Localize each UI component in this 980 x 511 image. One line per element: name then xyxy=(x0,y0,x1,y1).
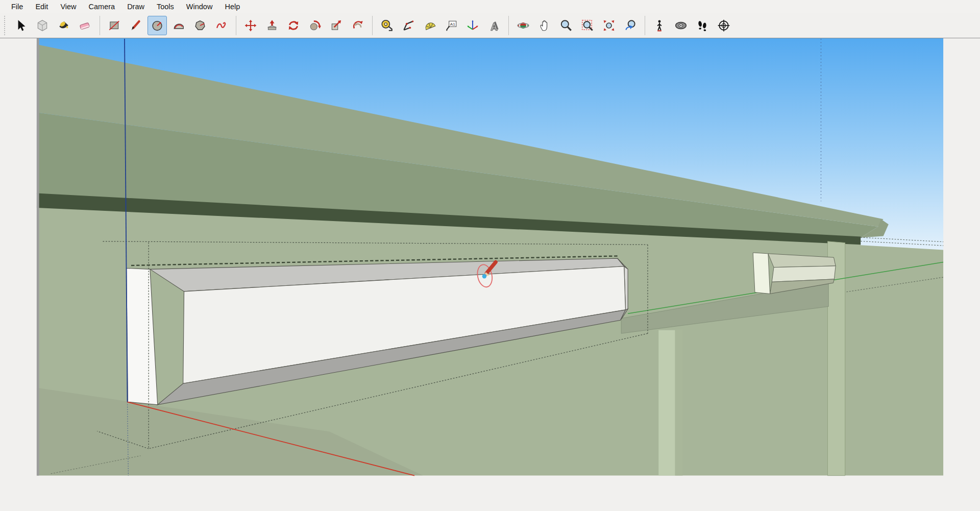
scale-tool-icon[interactable] xyxy=(327,16,346,35)
wall-post-strip xyxy=(658,330,675,476)
zoom-window-tool-icon[interactable] xyxy=(578,16,597,35)
axes-tool-icon[interactable] xyxy=(463,16,482,35)
freehand-tool-icon[interactable] xyxy=(212,16,231,35)
wall-post-strip-edge xyxy=(675,329,683,476)
eraser-icon[interactable] xyxy=(76,16,95,35)
look-around-tool-icon[interactable] xyxy=(671,16,691,35)
tape-measure-tool-icon[interactable] xyxy=(377,16,397,35)
move-tool-icon[interactable] xyxy=(241,16,260,35)
menu-help[interactable]: Help xyxy=(218,2,246,12)
menu-edit[interactable]: Edit xyxy=(29,2,54,12)
menu-window[interactable]: Window xyxy=(180,2,219,12)
menu-file[interactable]: File xyxy=(5,2,29,12)
push-pull-tool-icon[interactable] xyxy=(262,16,282,35)
small-beam-end-cap xyxy=(753,253,770,294)
svg-text:A1: A1 xyxy=(450,22,455,27)
pan-tool-icon[interactable] xyxy=(535,16,554,35)
circle-tool-icon[interactable] xyxy=(148,16,167,35)
toolbar-separator xyxy=(100,16,100,35)
offset-tool-icon[interactable] xyxy=(348,16,368,35)
menu-view[interactable]: View xyxy=(54,2,82,12)
text-tool-icon[interactable]: A1 xyxy=(442,16,461,35)
menu-camera[interactable]: Camera xyxy=(83,2,121,12)
polygon-tool-icon[interactable] xyxy=(190,16,210,35)
viewport-canvas[interactable] xyxy=(0,38,980,511)
zoom-tool-icon[interactable] xyxy=(556,16,576,35)
arc-tool-icon[interactable] xyxy=(169,16,188,35)
main-toolbar: A1 xyxy=(0,13,980,38)
paint-bucket-icon[interactable] xyxy=(54,16,74,35)
inference-point-dot xyxy=(482,274,486,278)
follow-me-tool-icon[interactable] xyxy=(305,16,325,35)
walk-tool-icon[interactable] xyxy=(693,16,712,35)
dimension-tool-icon[interactable] xyxy=(399,16,418,35)
target-tool-icon[interactable] xyxy=(714,16,733,35)
select-tool-icon[interactable] xyxy=(11,16,31,35)
rotate-tool-icon[interactable] xyxy=(284,16,303,35)
orbit-tool-icon[interactable] xyxy=(513,16,533,35)
toolbar-separator xyxy=(236,16,236,35)
line-tool-icon[interactable] xyxy=(126,16,145,35)
toolbar-drag-handle[interactable] xyxy=(3,16,6,35)
zoom-previous-tool-icon[interactable] xyxy=(621,16,640,35)
toolbar-separator xyxy=(372,16,373,35)
rectangle-tool-icon[interactable] xyxy=(105,16,124,35)
modeling-viewport[interactable] xyxy=(0,38,980,511)
protractor-tool-icon[interactable] xyxy=(420,16,439,35)
menu-bar: File Edit View Camera Draw Tools Window … xyxy=(0,0,980,13)
position-camera-tool-icon[interactable] xyxy=(650,16,669,35)
menu-tools[interactable]: Tools xyxy=(151,2,180,12)
window-edge xyxy=(37,38,39,476)
toolbar-separator xyxy=(508,16,509,35)
menu-draw[interactable]: Draw xyxy=(121,2,151,12)
toolbar-separator xyxy=(645,16,645,35)
zoom-extents-tool-icon[interactable] xyxy=(599,16,619,35)
make-component-icon[interactable] xyxy=(33,16,52,35)
3d-text-tool-icon[interactable] xyxy=(484,16,504,35)
